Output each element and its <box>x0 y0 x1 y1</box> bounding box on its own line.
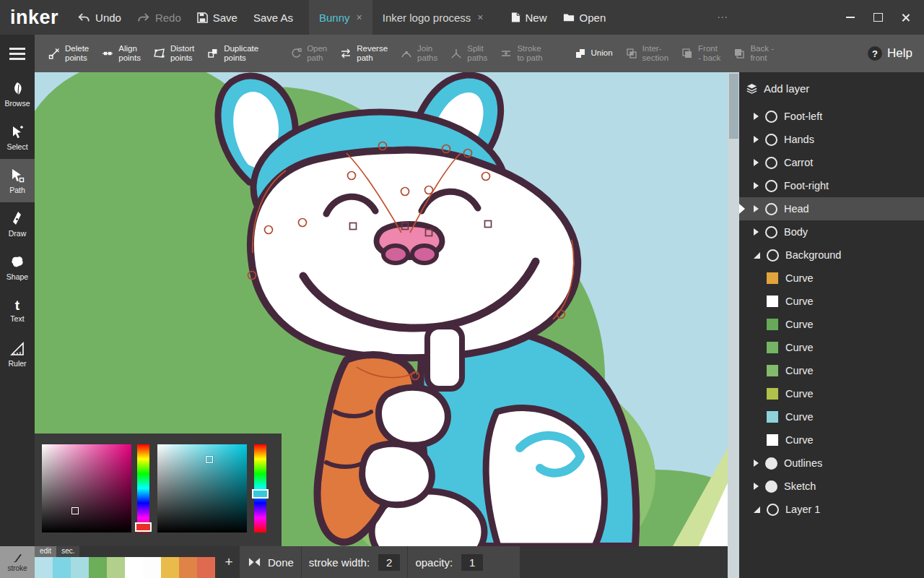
palette-swatch-2[interactable] <box>71 557 89 578</box>
tab-edit[interactable]: edit <box>35 546 56 557</box>
tool-shape[interactable]: Shape <box>0 246 35 289</box>
intersection-button[interactable]: Inter-section <box>619 44 675 63</box>
layer-row-foot-left-0[interactable]: Foot-left <box>739 105 924 128</box>
hue-slider[interactable] <box>137 444 149 532</box>
align-points-button[interactable]: Alignpoints <box>95 44 147 63</box>
layer-row-head-4[interactable]: Head <box>739 197 924 220</box>
layer-row-curve-13[interactable]: Curve <box>739 405 924 428</box>
tab-sec[interactable]: sec. <box>56 546 79 557</box>
layer-row-outlines-15[interactable]: Outlines <box>739 452 924 475</box>
hue-marker[interactable] <box>252 489 269 499</box>
opacity-input[interactable]: 1 <box>461 554 483 571</box>
tool-select[interactable]: Select <box>0 116 35 159</box>
layer-row-background-6[interactable]: Background <box>739 243 924 267</box>
window-close-button[interactable] <box>899 12 911 23</box>
layer-row-sketch-16[interactable]: Sketch <box>739 475 924 498</box>
tool-browse[interactable]: Browse <box>0 72 35 116</box>
layer-row-curve-8[interactable]: Curve <box>739 290 924 313</box>
reverse-path-button[interactable]: Reversepath <box>334 44 394 63</box>
front-back-button[interactable]: Front- back <box>675 44 727 63</box>
layer-row-curve-14[interactable]: Curve <box>739 428 924 452</box>
open-path-button[interactable]: Openpath <box>284 44 334 63</box>
tool-draw[interactable]: Draw <box>0 202 35 246</box>
stroke-mode-tile[interactable]: stroke <box>0 546 35 578</box>
palette-swatch-0[interactable] <box>35 557 53 578</box>
collapse-arrow-icon[interactable] <box>754 506 760 513</box>
layer-circle-icon[interactable] <box>765 180 777 192</box>
color-curs[interactable] <box>71 507 79 514</box>
expand-arrow-icon[interactable] <box>754 136 759 143</box>
palette-swatch-7[interactable] <box>161 557 179 578</box>
add-swatch-button[interactable]: + <box>219 546 239 578</box>
layer-row-layer-1-17[interactable]: Layer 1 <box>739 498 924 521</box>
layer-circle-icon[interactable] <box>765 111 777 123</box>
layer-circle-icon[interactable] <box>765 457 777 470</box>
layer-row-body-5[interactable]: Body <box>739 220 924 243</box>
undo-button[interactable]: Undo <box>77 12 121 24</box>
expand-arrow-icon[interactable] <box>754 182 759 189</box>
curve-color-swatch[interactable] <box>767 296 778 307</box>
saturation-value-area[interactable] <box>157 444 247 532</box>
back-front-button[interactable]: Back -front <box>727 44 780 63</box>
layer-circle-icon[interactable] <box>765 157 777 169</box>
expand-arrow-icon[interactable] <box>754 205 759 212</box>
new-button[interactable]: New <box>511 12 547 24</box>
layer-row-curve-9[interactable]: Curve <box>739 313 924 336</box>
save-button[interactable]: Save <box>197 12 237 24</box>
tab-close-icon[interactable]: × <box>477 12 483 23</box>
layer-row-hands-1[interactable]: Hands <box>739 128 924 151</box>
tab-close-icon[interactable]: × <box>357 12 362 23</box>
delete-points-button[interactable]: Deletepoints <box>42 44 95 63</box>
layer-circle-icon[interactable] <box>765 480 777 493</box>
open-button[interactable]: Open <box>563 12 606 24</box>
hue-marker[interactable] <box>135 522 152 532</box>
layer-circle-icon[interactable] <box>765 203 777 215</box>
redo-button[interactable]: Redo <box>137 12 181 24</box>
window-maximize-button[interactable] <box>872 12 884 23</box>
scrollbar-thumb[interactable] <box>729 74 738 139</box>
collapse-arrow-icon[interactable] <box>754 252 760 259</box>
expand-arrow-icon[interactable] <box>754 113 759 120</box>
add-layer-button[interactable]: Add layer <box>739 72 924 104</box>
palette-swatch-4[interactable] <box>107 557 125 578</box>
palette-swatch-8[interactable] <box>179 557 197 578</box>
curve-color-swatch[interactable] <box>767 411 778 423</box>
expand-arrow-icon[interactable] <box>754 483 759 490</box>
layer-circle-icon[interactable] <box>765 134 777 146</box>
expand-arrow-icon[interactable] <box>754 159 759 166</box>
color-cursor[interactable] <box>206 456 213 463</box>
tab-inker-logo-process[interactable]: Inker logo process × <box>372 0 494 35</box>
expand-arrow-icon[interactable] <box>754 460 759 467</box>
tool-text[interactable]: t Text <box>0 289 35 332</box>
join-paths-button[interactable]: Joinpaths <box>394 44 444 63</box>
curve-color-swatch[interactable] <box>767 319 778 330</box>
expand-arrow-icon[interactable] <box>754 228 759 236</box>
save-as-button[interactable]: Save As <box>253 12 293 24</box>
palette-swatch-5[interactable] <box>125 557 143 578</box>
curve-color-swatch[interactable] <box>767 434 778 446</box>
stroke-width-input[interactable]: 2 <box>378 554 400 571</box>
tool-path[interactable]: Path <box>0 159 35 202</box>
layer-circle-icon[interactable] <box>767 249 779 262</box>
curve-color-swatch[interactable] <box>767 388 778 400</box>
palette-swatch-6[interactable] <box>143 557 161 578</box>
layer-row-foot-right-3[interactable]: Foot-right <box>739 174 924 197</box>
curve-color-swatch[interactable] <box>767 342 778 353</box>
palette-swatch-1[interactable] <box>53 557 71 578</box>
layer-row-curve-12[interactable]: Curve <box>739 382 924 405</box>
layer-row-carrot-2[interactable]: Carrot <box>739 151 924 174</box>
layer-circle-icon[interactable] <box>765 226 777 238</box>
duplicate-points-button[interactable]: Duplicatepoints <box>201 44 265 63</box>
layer-row-curve-11[interactable]: Curve <box>739 359 924 382</box>
layer-row-curve-7[interactable]: Curve <box>739 267 924 290</box>
help-button[interactable]: ? Help <box>868 46 912 61</box>
split-paths-button[interactable]: Splitpaths <box>444 44 494 63</box>
curve-color-swatch[interactable] <box>767 365 778 376</box>
hue-slider[interactable] <box>254 444 266 532</box>
stroke-to-path-button[interactable]: Stroketo path <box>494 44 549 63</box>
union-button[interactable]: Union <box>568 48 619 59</box>
tool-ruler[interactable]: Ruler <box>0 332 35 376</box>
palette-swatch-9[interactable] <box>197 557 215 578</box>
palette-swatch-3[interactable] <box>89 557 107 578</box>
main-menu-button[interactable] <box>0 35 35 72</box>
